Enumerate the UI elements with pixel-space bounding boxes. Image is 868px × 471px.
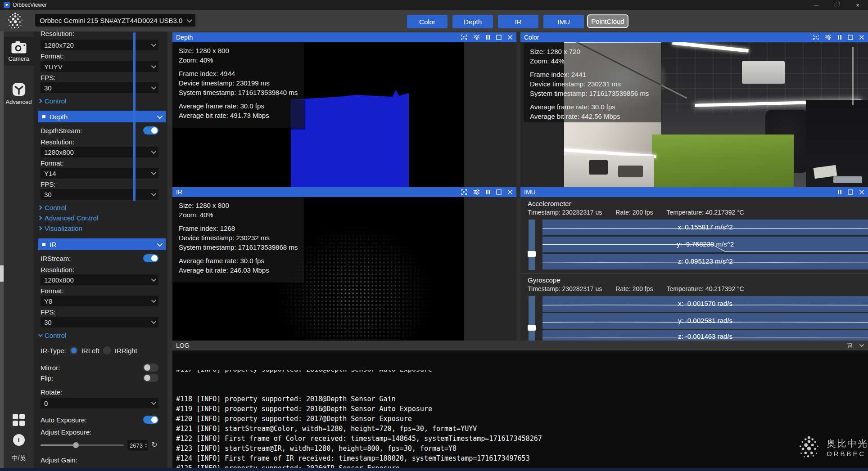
depth-image[interactable]: Size: 1280 x 800Zoom: 40% Frame index: 4… xyxy=(172,42,516,187)
rail-item-advanced[interactable]: Advanced xyxy=(4,82,34,105)
auto-exposure-toggle[interactable] xyxy=(143,416,158,424)
accelerometer-meta: Timestamp: 230282317 us Rate: 200 fps Te… xyxy=(528,209,744,216)
spinner-arrows-icon[interactable]: ▴▾ xyxy=(145,443,147,448)
depth-control-link[interactable]: Control xyxy=(38,204,66,211)
restore-button[interactable] xyxy=(827,0,847,10)
fit-window-icon[interactable] xyxy=(461,34,467,40)
exposure-slider[interactable] xyxy=(41,444,124,446)
orbbec-logo-icon xyxy=(796,434,822,460)
close-button[interactable]: × xyxy=(847,0,868,10)
tab-color[interactable]: Color xyxy=(407,15,448,28)
pause-icon[interactable] xyxy=(486,35,490,40)
flip-toggle[interactable] xyxy=(143,374,158,382)
stream-settings-icon[interactable] xyxy=(473,34,480,40)
log-line: #125 [INFO] property supported: 2026@IR … xyxy=(176,463,864,468)
gyro-scale-slider[interactable] xyxy=(529,296,535,341)
grid-icon xyxy=(13,414,25,426)
gyro-scale-slider-handle[interactable] xyxy=(528,325,536,331)
pause-icon[interactable] xyxy=(837,189,842,195)
chevron-down-icon xyxy=(157,241,163,247)
rail-item-about[interactable]: i xyxy=(4,434,34,446)
depth-resolution-label: Resolution: xyxy=(41,138,74,146)
clear-log-trash-icon[interactable] xyxy=(847,342,853,349)
ir-fps-select[interactable]: 30 xyxy=(41,317,158,327)
color-image[interactable]: Size: 1280 x 720Zoom: 44% Frame index: 2… xyxy=(520,42,868,187)
depth-fps-label: FPS: xyxy=(41,180,55,188)
bullet-icon xyxy=(42,115,45,118)
minimize-button[interactable] xyxy=(806,0,827,10)
stream-settings-icon[interactable] xyxy=(473,189,480,195)
depth-section-header[interactable]: Depth xyxy=(38,111,166,122)
maximize-icon[interactable] xyxy=(848,35,853,40)
ir-stats: Size: 1280 x 800Zoom: 40% Frame index: 1… xyxy=(172,197,304,283)
color-fps-select[interactable]: 30 xyxy=(41,82,158,93)
tab-depth[interactable]: Depth xyxy=(452,15,493,28)
ir-control-link[interactable]: Control xyxy=(38,332,66,339)
accel-scale-slider[interactable] xyxy=(529,220,535,270)
pause-icon[interactable] xyxy=(837,35,842,40)
flip-row: Flip: xyxy=(41,374,158,382)
exposure-slider-handle[interactable] xyxy=(73,442,79,448)
depth-panel-title: Depth xyxy=(176,34,193,41)
color-control-link[interactable]: Control xyxy=(38,97,66,105)
brand-name-cn: 奥比中光 xyxy=(827,437,868,450)
close-panel-icon[interactable] xyxy=(507,189,513,195)
mirror-toggle[interactable] xyxy=(143,363,158,372)
close-panel-icon[interactable] xyxy=(859,35,864,40)
close-panel-icon[interactable] xyxy=(859,189,864,195)
ir-format-select[interactable]: Y8 xyxy=(41,296,158,306)
exposure-refresh-icon[interactable]: ↻ xyxy=(150,440,159,449)
rail-item-camera[interactable]: Camera xyxy=(4,37,34,66)
accel-scale-slider-handle[interactable] xyxy=(528,251,536,257)
color-format-select[interactable]: YUYV xyxy=(41,61,158,72)
fit-window-icon[interactable] xyxy=(461,189,467,195)
sidebar-scrollbar-thumb[interactable] xyxy=(133,32,136,201)
ir-stream-toggle[interactable] xyxy=(143,254,158,262)
depth-stream-toggle[interactable] xyxy=(143,126,158,135)
gyro-x-strip: x: -0.001570 rad/s xyxy=(542,296,868,312)
window-scrollbar[interactable] xyxy=(0,31,4,471)
ir-panel-header: IR xyxy=(172,187,516,197)
language-toggle[interactable]: 中/英 xyxy=(4,454,34,462)
depth-resolution-select[interactable]: 1280x800 xyxy=(41,147,158,157)
depth-format-select[interactable]: Y14 xyxy=(41,168,158,179)
maximize-icon[interactable] xyxy=(496,35,502,40)
fit-window-icon[interactable] xyxy=(813,34,819,40)
collapse-log-chevron-icon[interactable] xyxy=(859,344,864,347)
tab-imu[interactable]: IMU xyxy=(543,15,584,28)
rotate-select[interactable]: 0 xyxy=(41,398,158,408)
color-panel-header: Color xyxy=(520,32,868,42)
maximize-icon[interactable] xyxy=(848,189,853,195)
tab-pointcloud[interactable]: PointCloud xyxy=(587,14,628,28)
ir-resolution-select[interactable]: 1280x800 xyxy=(41,274,158,285)
chevron-down-icon xyxy=(187,17,193,22)
depth-visualization-link[interactable]: Visualization xyxy=(38,224,82,232)
depth-fps-select[interactable]: 30 xyxy=(41,189,158,200)
depth-advanced-control-link[interactable]: Advanced Control xyxy=(38,214,98,222)
rail-item-apps[interactable] xyxy=(4,414,34,426)
imu-panel-header: IMU xyxy=(520,187,868,197)
ir-image[interactable]: Size: 1280 x 800Zoom: 40% Frame index: 1… xyxy=(172,197,516,341)
tab-ir[interactable]: IR xyxy=(498,15,538,28)
ir-stream-row: IRStream: xyxy=(41,254,158,262)
window-scrollbar-thumb[interactable] xyxy=(0,265,4,282)
ir-format-label: Format: xyxy=(41,287,64,295)
toolbar: Orbbec Gemini 215 SN#AYZT44D0024 USB3.0 … xyxy=(0,10,868,31)
ir-left-radio[interactable] xyxy=(70,346,78,354)
close-panel-icon[interactable] xyxy=(507,35,513,40)
gyro-z-strip: z: -0.001463 rad/s xyxy=(542,330,868,341)
stream-settings-icon[interactable] xyxy=(825,34,832,40)
mirror-row: Mirror: xyxy=(41,363,158,372)
camera-icon xyxy=(11,40,27,54)
rotate-label: Rotate: xyxy=(41,388,62,396)
ir-right-radio[interactable] xyxy=(103,346,111,354)
log-line: #123 [INFO] startStream@IR, witdh=1280, … xyxy=(176,444,864,453)
ir-section-header[interactable]: IR xyxy=(38,238,166,250)
log-output[interactable]: #117 [INFO] property supported: 2016@Dep… xyxy=(172,350,868,468)
maximize-icon[interactable] xyxy=(496,189,502,195)
pause-icon[interactable] xyxy=(486,189,490,195)
depth-stream-row: DepthStream: xyxy=(41,126,158,135)
exposure-spinbox[interactable]: 2673 ▴▾ xyxy=(127,440,148,451)
color-resolution-select[interactable]: 1280x720 xyxy=(41,40,158,50)
device-select[interactable]: Orbbec Gemini 215 SN#AYZT44D0024 USB3.0 xyxy=(35,14,195,27)
